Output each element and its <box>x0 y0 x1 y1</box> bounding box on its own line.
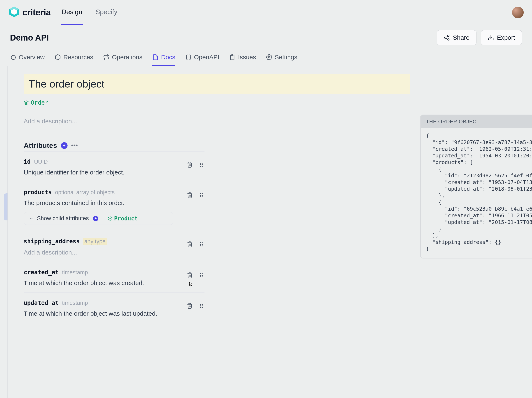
svg-point-38 <box>202 304 203 305</box>
sidebar-item-order-object[interactable]: The order object <box>4 193 8 220</box>
attr-name: updated_at <box>24 299 59 306</box>
product-link[interactable]: Product <box>108 215 138 222</box>
sidebar-item-update-order[interactable]: Update an order <box>4 331 8 358</box>
attr-type[interactable]: timestamp <box>62 300 88 306</box>
sidebar-item-authentication[interactable]: Authentication <box>4 85 8 98</box>
subnav-operations[interactable]: Operations <box>103 54 142 66</box>
svg-point-20 <box>202 193 203 194</box>
project-header: Demo API Share Export <box>0 25 532 45</box>
sidebar-heading-shared: SHARED COMPONENTS <box>4 358 8 379</box>
sidebar-item-retrieve-order[interactable]: Retrieve an order <box>4 276 8 303</box>
attr-description[interactable]: Add a description... <box>24 249 204 256</box>
project-title: Demo API <box>10 33 49 42</box>
attr-description[interactable]: The products contained in this order. <box>24 199 204 206</box>
subnav-settings[interactable]: Settings <box>266 54 297 66</box>
description-input[interactable]: Add a description... <box>24 118 410 125</box>
sidebar-item-shared-error[interactable]: Error <box>4 379 8 392</box>
share-button[interactable]: Share <box>437 30 476 45</box>
svg-marker-18 <box>108 217 112 218</box>
svg-point-17 <box>202 166 203 167</box>
show-child-attributes[interactable]: Show child attributes + Product <box>24 212 173 225</box>
svg-point-25 <box>200 242 201 243</box>
resource-link-order[interactable]: Order <box>24 99 48 106</box>
trash-icon[interactable] <box>187 161 193 168</box>
subnav: Overview Resources Operations Docs OpenA… <box>0 45 532 66</box>
svg-point-39 <box>200 305 201 307</box>
svg-point-32 <box>202 273 203 274</box>
attr-description[interactable]: Time at which the order object was creat… <box>24 279 204 287</box>
svg-point-40 <box>202 305 203 307</box>
attr-type[interactable]: any type <box>83 238 107 245</box>
svg-point-27 <box>200 244 201 245</box>
svg-point-16 <box>200 166 201 167</box>
avatar[interactable] <box>512 7 524 18</box>
page-title[interactable]: The order object <box>24 74 410 94</box>
attribute-created-at: created_at timestamp Time at which the o… <box>24 262 204 292</box>
svg-rect-9 <box>232 55 233 56</box>
sidebar-item-introduction[interactable]: Introduction <box>4 72 8 85</box>
code-header: THE ORDER OBJECT <box>421 115 532 128</box>
top-tabs: Design Specify <box>61 0 118 25</box>
svg-point-29 <box>200 245 201 246</box>
chevron-down-icon <box>29 216 34 221</box>
svg-point-28 <box>202 244 203 245</box>
logo[interactable]: criteria <box>8 6 51 19</box>
attr-type[interactable]: timestamp <box>62 269 88 276</box>
svg-point-22 <box>202 195 203 196</box>
brand-name: criteria <box>22 7 51 18</box>
add-attribute-button[interactable]: + <box>61 142 68 149</box>
drag-handle-icon[interactable] <box>198 272 204 278</box>
attributes-heading: Attributes + ••• <box>24 141 410 149</box>
attr-description[interactable]: Unique identifier for the order object. <box>24 169 204 176</box>
sidebar-item-shared-order[interactable]: Order <box>4 392 8 398</box>
svg-point-23 <box>200 196 201 197</box>
tab-specify[interactable]: Specify <box>95 0 118 25</box>
trash-icon[interactable] <box>187 303 193 309</box>
sidebar-item-pagination[interactable]: Pagination <box>4 112 8 125</box>
attr-type[interactable]: UUID <box>34 159 48 165</box>
sidebar-item-delete-order[interactable]: Delete an order <box>4 303 8 330</box>
drag-handle-icon[interactable] <box>198 303 204 309</box>
sidebar: Introduction Authentication Errors Pagin… <box>0 66 8 398</box>
subnav-issues[interactable]: Issues <box>229 54 256 66</box>
add-child-button[interactable]: + <box>93 216 98 221</box>
attribute-id: id UUID Unique identifier for the order … <box>24 151 204 182</box>
export-button[interactable]: Export <box>481 30 522 45</box>
sidebar-item-customers[interactable]: Customers <box>4 167 8 180</box>
svg-point-3 <box>448 35 449 37</box>
sidebar-item-errors[interactable]: Errors <box>4 99 8 112</box>
subnav-overview[interactable]: Overview <box>10 54 45 66</box>
trash-icon[interactable] <box>187 241 193 247</box>
sidebar-item-list-orders[interactable]: List all orders <box>4 221 8 248</box>
main: The order object Order Add a description… <box>8 66 532 330</box>
drag-handle-icon[interactable] <box>198 161 204 168</box>
attribute-updated-at: updated_at timestamp Time at which the o… <box>24 292 204 323</box>
svg-line-6 <box>446 36 448 37</box>
attr-name: shipping_address <box>24 238 80 245</box>
attr-description[interactable]: Time at which the order object was last … <box>24 310 204 317</box>
sidebar-item-products[interactable]: Products <box>4 154 8 166</box>
sidebar-item-versioning[interactable]: Versioning <box>4 125 8 138</box>
subnav-docs[interactable]: Docs <box>152 54 175 66</box>
sidebar-item-create-order[interactable]: Create an order <box>4 248 8 275</box>
tab-design[interactable]: Design <box>61 0 83 25</box>
subnav-resources[interactable]: Resources <box>55 54 93 66</box>
attr-type[interactable]: optional array of objects <box>55 189 115 196</box>
drag-handle-icon[interactable] <box>198 241 204 247</box>
sidebar-item-orders[interactable]: Orders <box>4 180 8 193</box>
trash-icon[interactable] <box>187 192 193 198</box>
svg-line-7 <box>446 38 448 39</box>
svg-point-26 <box>202 242 203 243</box>
svg-point-24 <box>202 196 203 197</box>
svg-point-34 <box>202 275 203 276</box>
subnav-openapi[interactable]: OpenAPI <box>185 54 219 66</box>
svg-point-35 <box>200 276 201 277</box>
code-body[interactable]: { "id": "9f620767-3e93-a787-14a5-8c158cb… <box>421 128 532 258</box>
more-icon[interactable]: ••• <box>71 142 78 149</box>
drag-handle-icon[interactable] <box>198 192 204 198</box>
trash-icon[interactable] <box>187 272 193 278</box>
doc-column: The order object Order Add a description… <box>16 74 410 323</box>
svg-point-30 <box>202 245 203 246</box>
svg-point-19 <box>200 193 201 194</box>
svg-point-37 <box>200 304 201 305</box>
